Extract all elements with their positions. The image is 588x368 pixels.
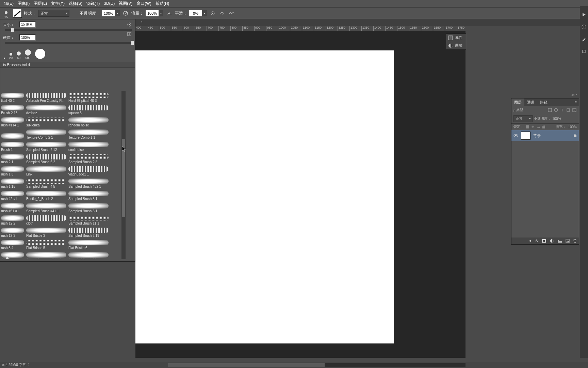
brush-item[interactable]: rush 2 1: [0, 152, 25, 164]
info-icon[interactable]: i: [581, 24, 587, 30]
adjustment-layer-icon[interactable]: [550, 239, 554, 243]
visibility-icon[interactable]: [513, 134, 518, 137]
flow-field[interactable]: 100%▾: [146, 10, 163, 16]
brush-size-input[interactable]: [19, 21, 36, 28]
horizontal-scrollbar[interactable]: [168, 363, 466, 367]
brush-item[interactable]: dzdzdz: [26, 103, 67, 115]
brush-preset-size[interactable]: 20: [9, 53, 13, 60]
brush-item[interactable]: viagnuage1 1: [68, 165, 109, 176]
menu-layer[interactable]: 图层(L): [32, 0, 49, 7]
menu-edit[interactable]: 辑(E): [2, 0, 16, 7]
new-layer-icon[interactable]: [566, 239, 570, 243]
brush-item[interactable]: tical 40 2: [0, 91, 25, 103]
history-play-icon[interactable]: [581, 12, 587, 18]
filter-type-icon[interactable]: T: [560, 108, 565, 112]
brush-item[interactable]: rush 5 4: [0, 238, 25, 250]
brush-panel-gear-icon[interactable]: [127, 22, 132, 27]
tab-layers[interactable]: 图层: [511, 98, 524, 106]
new-brush-icon[interactable]: [127, 32, 132, 36]
brush-item[interactable]: Link: [26, 165, 67, 176]
symmetry-icon[interactable]: [218, 10, 226, 17]
brush-item[interactable]: Flat Bristle 5: [26, 238, 67, 250]
brush-angle-icon[interactable]: [4, 256, 10, 260]
brush-preset-size[interactable]: [4, 58, 5, 60]
layer-blend-mode[interactable]: 正常: [513, 115, 533, 122]
airbrush-icon[interactable]: [165, 10, 173, 17]
group-icon[interactable]: [557, 239, 562, 243]
brush-stroke-preview[interactable]: [13, 9, 22, 18]
menu-view[interactable]: 视图(V): [117, 0, 134, 7]
brush-item[interactable]: Flat Bristle 6: [68, 238, 109, 250]
brush-item[interactable]: Hard Elliptical 40 3: [68, 91, 109, 103]
lock-position-icon[interactable]: ✜: [532, 125, 534, 129]
brush-item[interactable]: Sampled Brush 2 8: [68, 152, 109, 164]
brush-item[interactable]: Brush 2 15: [0, 103, 25, 115]
brush-item[interactable]: Sampled Brush #41 1: [26, 201, 67, 213]
canvas-document[interactable]: [135, 50, 394, 343]
brush-item[interactable]: Sampled Brush 11 1: [68, 214, 109, 225]
brush-hardness-slider[interactable]: [5, 42, 132, 44]
brush-group-header[interactable]: ts Brushes Vol 4: [0, 62, 135, 68]
menu-type[interactable]: 文字(Y): [49, 0, 67, 7]
smoothing-field[interactable]: 0%▾: [189, 10, 207, 16]
brush-preset-size[interactable]: 500: [25, 49, 31, 60]
link-layers-icon[interactable]: ⚭: [529, 239, 532, 243]
brush-item[interactable]: rush #51 #1: [0, 201, 25, 213]
brush-item[interactable]: rush #114 1: [0, 116, 25, 127]
tab-channels[interactable]: 通道: [524, 98, 537, 106]
brush-item[interactable]: Sampled Brush 6 2: [26, 152, 67, 164]
lock-all-icon[interactable]: [542, 125, 545, 129]
brush-item[interactable]: rush 1 3: [0, 165, 25, 176]
layer-name[interactable]: 背景: [533, 133, 541, 138]
filter-adjust-icon[interactable]: [554, 108, 558, 112]
filter-smart-icon[interactable]: [572, 108, 577, 112]
menu-image[interactable]: 图像(I): [16, 0, 32, 7]
opacity-field[interactable]: 100%▾: [102, 10, 120, 16]
delete-layer-icon[interactable]: [573, 239, 577, 243]
swatches-icon[interactable]: [581, 48, 587, 55]
brush-item[interactable]: Texture Comb 1 1: [68, 128, 109, 139]
menu-3d[interactable]: 3D(D): [102, 0, 117, 6]
layer-mask-icon[interactable]: [542, 239, 546, 243]
brush-item[interactable]: Sampled Brush 4 5: [26, 177, 67, 188]
brush-item[interactable]: Brush 1: [0, 140, 25, 152]
layer-thumbnail[interactable]: [521, 132, 530, 140]
brush-item[interactable]: rush 12 2: [0, 214, 25, 225]
brush-preset-size[interactable]: [35, 49, 45, 60]
menu-help[interactable]: 帮助(H): [153, 0, 172, 7]
brush-item[interactable]: Sampled Brush 5 1: [68, 189, 109, 201]
brush-item[interactable]: Bristle_2_Brush 2: [26, 189, 67, 201]
layer-row-background[interactable]: 背景: [511, 130, 579, 141]
brush-preset-size[interactable]: 60: [17, 51, 21, 60]
lock-image-icon[interactable]: [536, 125, 540, 129]
brush-settings-icon[interactable]: [581, 36, 587, 42]
canvas-viewport[interactable]: [135, 31, 466, 358]
tab-paths[interactable]: 路径: [537, 98, 550, 106]
smoothing-gear-icon[interactable]: [209, 10, 216, 17]
brush-item[interactable]: Texture Comb 2 1: [26, 128, 67, 139]
brush-item[interactable]: cool noise: [68, 140, 109, 152]
brush-item[interactable]: cloth: [26, 214, 67, 225]
menu-window[interactable]: 窗口(W): [134, 0, 153, 7]
brush-item[interactable]: sukienka: [26, 116, 67, 127]
brush-item[interactable]: d 35 1: [0, 250, 25, 259]
brush-item[interactable]: Sampled Brush 2 19: [68, 226, 109, 237]
brush-size-slider[interactable]: [5, 29, 132, 31]
layer-lock-icon[interactable]: [573, 134, 577, 138]
brush-item[interactable]: Sampled Brush 12: [68, 250, 109, 259]
filter-shape-icon[interactable]: [566, 108, 571, 112]
close-tab-icon[interactable]: ×: [140, 20, 144, 24]
brush-item[interactable]: Sampled Brush 8 1: [68, 201, 109, 213]
brush-item[interactable]: Sampled Brush #52 1: [68, 177, 109, 188]
doc-info-chevron-icon[interactable]: 〉: [28, 363, 31, 367]
menu-filter[interactable]: 滤镜(T): [84, 0, 102, 7]
brush-list-scrollbar[interactable]: [121, 91, 126, 259]
menu-select[interactable]: 选择(S): [67, 0, 84, 7]
layer-opacity-value[interactable]: 100%: [552, 117, 561, 121]
filter-pixel-icon[interactable]: [548, 108, 552, 112]
brush-item[interactable]: Flat Bristle 3: [26, 226, 67, 237]
butterfly-icon[interactable]: [228, 10, 235, 17]
brush-item[interactable]: Sampled Brush 2 12: [26, 140, 67, 152]
collapse-icon[interactable]: ◂◂: [571, 93, 574, 96]
brush-item[interactable]: rush #2 #1: [0, 189, 25, 201]
